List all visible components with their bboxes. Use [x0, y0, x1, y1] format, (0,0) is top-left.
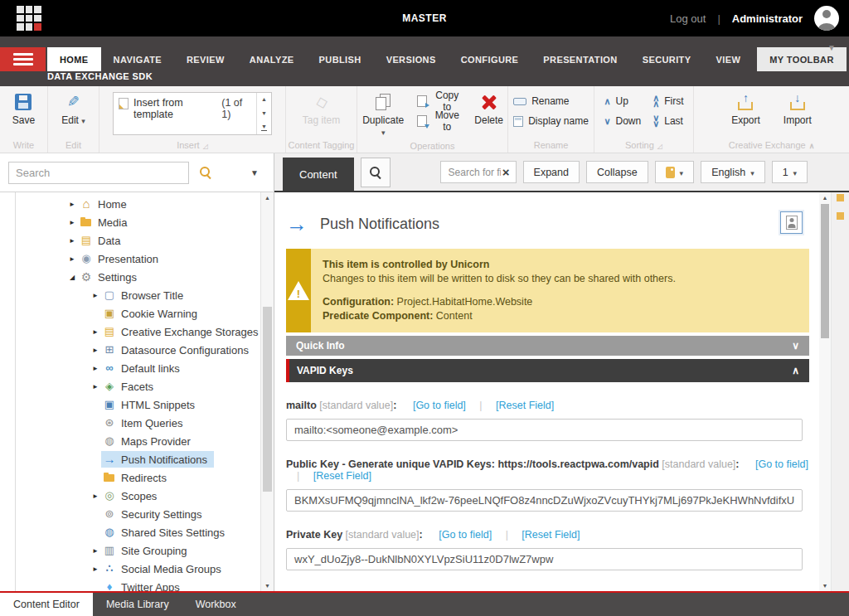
- expander-icon[interactable]: [90, 492, 101, 500]
- item-image-button[interactable]: [780, 211, 803, 234]
- goto-field-link[interactable]: [Go to field]: [755, 458, 808, 470]
- tree-item-datasource-configurations[interactable]: Datasource Configurations: [0, 341, 274, 359]
- ribbon-tab-analyze[interactable]: ANALYZE: [237, 47, 307, 71]
- export-button[interactable]: Export: [727, 92, 764, 128]
- bottom-tab-media-library[interactable]: Media Library: [93, 593, 182, 616]
- spinner-down-icon[interactable]: [261, 110, 267, 117]
- dialog-launcher-icon[interactable]: [657, 140, 662, 150]
- sort-down-button[interactable]: Down: [600, 112, 644, 130]
- duplicate-button[interactable]: Duplicate: [357, 92, 409, 139]
- rename-button[interactable]: Rename: [510, 92, 592, 110]
- avatar-icon[interactable]: [814, 6, 839, 31]
- ribbon-tab-review[interactable]: REVIEW: [174, 47, 237, 71]
- mailto-input[interactable]: [286, 419, 803, 441]
- expander-icon[interactable]: [90, 328, 101, 336]
- ribbon-tab-publish[interactable]: PUBLISH: [307, 47, 374, 71]
- content-scrollbar-thumb[interactable]: [821, 204, 829, 338]
- expander-icon[interactable]: [66, 274, 78, 281]
- section-vapid-keys[interactable]: VAPID Keys: [286, 359, 809, 382]
- hamburger-menu-button[interactable]: [0, 47, 46, 71]
- ribbon-tab-versions[interactable]: VERSIONS: [374, 47, 449, 71]
- import-button[interactable]: Import: [779, 92, 816, 128]
- display-name-button[interactable]: Display name: [510, 112, 592, 130]
- language-dropdown-button[interactable]: English: [701, 161, 765, 183]
- expander-icon[interactable]: [66, 201, 78, 208]
- tree-item-presentation[interactable]: Presentation: [0, 250, 274, 268]
- search-options-caret-icon[interactable]: [250, 168, 259, 177]
- goto-field-link[interactable]: [Go to field]: [413, 400, 466, 411]
- expander-icon[interactable]: [90, 365, 101, 372]
- bottom-tab-workbox[interactable]: Workbox: [182, 593, 250, 616]
- collapse-button[interactable]: Collapse: [586, 161, 648, 183]
- tree-item-creative-exchange-storages[interactable]: Creative Exchange Storages: [0, 323, 274, 341]
- goto-field-link[interactable]: [Go to field]: [439, 529, 492, 541]
- content-scrollbar[interactable]: [819, 192, 832, 591]
- field-search-input[interactable]: [447, 166, 502, 179]
- version-dropdown-button[interactable]: 1: [772, 161, 808, 183]
- expander-icon[interactable]: [66, 255, 78, 263]
- expander-icon[interactable]: [66, 219, 78, 226]
- tab-content[interactable]: Content: [283, 158, 354, 191]
- reset-field-link[interactable]: [Reset Field]: [313, 470, 371, 482]
- logout-link[interactable]: Log out: [670, 12, 706, 25]
- ribbon-tab-home[interactable]: HOME: [47, 47, 101, 71]
- scroll-down-icon[interactable]: [819, 583, 831, 589]
- profile-dropdown-button[interactable]: [655, 161, 695, 183]
- public-key-input[interactable]: [286, 489, 803, 512]
- expand-button[interactable]: Expand: [523, 161, 580, 183]
- tree-item-push-notifications[interactable]: Push Notifications: [0, 450, 274, 468]
- search-icon[interactable]: [199, 166, 212, 179]
- spinner-up-icon[interactable]: [261, 96, 267, 103]
- sort-first-button[interactable]: First: [649, 92, 686, 110]
- tree-search-input[interactable]: [8, 162, 189, 184]
- scroll-up-icon[interactable]: [261, 195, 274, 201]
- tree-item-media[interactable]: Media: [0, 213, 274, 231]
- expander-icon[interactable]: [90, 383, 101, 390]
- tree-item-site-grouping[interactable]: Site Grouping: [0, 541, 274, 560]
- tree-item-html-snippets[interactable]: HTML Snippets: [0, 395, 274, 414]
- insert-options-list[interactable]: Insert from template (1 of 1): [113, 92, 272, 135]
- edit-button[interactable]: Edit: [57, 92, 90, 128]
- scroll-down-icon[interactable]: [261, 583, 274, 589]
- tree-item-data[interactable]: Data: [0, 231, 274, 250]
- tree-item-home[interactable]: Home: [0, 195, 274, 213]
- tree-item-settings[interactable]: Settings: [0, 268, 274, 286]
- private-key-input[interactable]: [286, 548, 803, 570]
- save-button[interactable]: Save: [8, 92, 39, 128]
- tree-item-security-settings[interactable]: Security Settings: [0, 505, 274, 523]
- group-collapse-icon[interactable]: [809, 140, 815, 150]
- tree-item-shared-sites-settings[interactable]: Shared Sites Settings: [0, 523, 274, 541]
- spinner-end-icon[interactable]: [261, 124, 267, 131]
- tree-item-cookie-warning[interactable]: Cookie Warning: [0, 304, 274, 323]
- expander-icon[interactable]: [90, 565, 101, 573]
- user-name[interactable]: Administrator: [732, 12, 803, 25]
- tree-scrollbar-thumb[interactable]: [263, 307, 272, 492]
- move-to-button[interactable]: Move to: [414, 112, 465, 130]
- expander-icon[interactable]: [90, 547, 101, 555]
- ribbon-tab-view[interactable]: VIEW: [703, 47, 753, 71]
- ribbon-tab-security[interactable]: SECURITY: [630, 47, 704, 71]
- tree-item-default-links[interactable]: Default links: [0, 359, 274, 377]
- tree-item-twitter-apps[interactable]: Twitter Apps: [0, 578, 274, 591]
- tree-item-maps-provider[interactable]: Maps Provider: [0, 432, 274, 450]
- delete-button[interactable]: Delete: [470, 92, 507, 128]
- tree-scrollbar[interactable]: [260, 192, 274, 591]
- insert-option-label[interactable]: Insert from template: [133, 97, 216, 120]
- ribbon-tab-navigate[interactable]: NAVIGATE: [101, 47, 174, 71]
- expander-icon[interactable]: [90, 347, 101, 354]
- ribbon-tab-presentation[interactable]: PRESENTATION: [531, 47, 629, 71]
- tree-item-redirects[interactable]: Redirects: [0, 468, 274, 487]
- tree-item-social-media-groups[interactable]: Social Media Groups: [0, 560, 274, 578]
- reset-field-link[interactable]: [Reset Field]: [496, 400, 554, 411]
- dialog-launcher-icon[interactable]: [203, 140, 208, 150]
- ribbon-collapse-caret-icon[interactable]: [827, 43, 836, 52]
- clear-search-icon[interactable]: [502, 166, 510, 178]
- sort-up-button[interactable]: Up: [600, 92, 644, 110]
- ribbon-tab-configure[interactable]: CONFIGURE: [449, 47, 531, 71]
- field-search-toggle-button[interactable]: [361, 158, 391, 187]
- reset-field-link[interactable]: [Reset Field]: [522, 529, 580, 541]
- bottom-tab-content-editor[interactable]: Content Editor: [0, 593, 93, 616]
- tree-item-item-queries[interactable]: Item Queries: [0, 414, 274, 432]
- copy-to-button[interactable]: Copy to: [414, 92, 465, 110]
- tree-item-scopes[interactable]: Scopes: [0, 487, 274, 505]
